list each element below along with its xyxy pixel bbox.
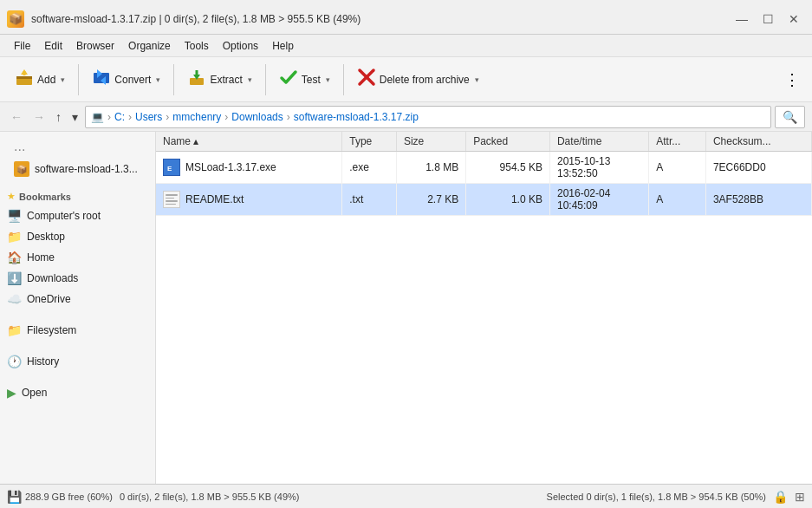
- lock-icon[interactable]: 🔒: [773, 490, 788, 504]
- sidebar-item-onedrive[interactable]: ☁️ OneDrive: [0, 289, 155, 309]
- toolbar-separator-3: [265, 64, 266, 95]
- breadcrumb-mmchenry[interactable]: mmchenry: [172, 111, 221, 123]
- col-name[interactable]: Name ▴: [156, 132, 342, 152]
- menu-item-file[interactable]: File: [7, 38, 37, 54]
- col-checksum[interactable]: Checksum...: [705, 132, 811, 152]
- menu-item-edit[interactable]: Edit: [37, 38, 69, 54]
- breadcrumb-archive[interactable]: software-msload-1.3.17.zip: [294, 111, 419, 123]
- sidebar-item-open[interactable]: ▶ Open: [0, 382, 155, 403]
- back-button[interactable]: ←: [7, 108, 26, 126]
- bookmarks-label: Bookmarks: [19, 192, 71, 202]
- add-button[interactable]: Add ▾: [7, 62, 73, 97]
- status-hdd-icon: 💾: [7, 490, 22, 504]
- app-icon: 📦: [7, 10, 24, 28]
- file-name: MSLoad-1.3.17.exe: [185, 161, 276, 173]
- file-datetime: 2015-10-1313:52:50: [549, 152, 648, 184]
- extract-button[interactable]: Extract ▾: [179, 62, 259, 97]
- maximize-button[interactable]: ☐: [757, 10, 779, 28]
- onedrive-icon: ☁️: [7, 292, 22, 306]
- test-icon: [279, 68, 298, 91]
- toolbar-more-button[interactable]: ⋮: [779, 67, 805, 93]
- file-packed: 1.0 KB: [466, 184, 550, 216]
- breadcrumb-users[interactable]: Users: [135, 111, 162, 123]
- home-icon: 🏠: [7, 251, 22, 264]
- extract-dropdown-arrow[interactable]: ▾: [248, 75, 252, 84]
- file-size: 2.7 KB: [396, 184, 465, 216]
- breadcrumb-computer[interactable]: 💻: [91, 111, 104, 123]
- menubar: FileEditBrowserOrganizeToolsOptionsHelp: [0, 35, 812, 57]
- file-packed: 954.5 KB: [466, 152, 550, 184]
- table-row[interactable]: E MSLoad-1.3.17.exe.exe1.8 MB954.5 KB201…: [156, 152, 812, 184]
- sidebar-item-downloads[interactable]: ⬇️ Downloads: [0, 268, 155, 289]
- menu-item-help[interactable]: Help: [265, 38, 301, 54]
- sidebar-item-history[interactable]: 🕐 History: [0, 351, 155, 372]
- file-type: .txt: [342, 184, 397, 216]
- menu-item-organize[interactable]: Organize: [121, 38, 178, 54]
- toolbar: Add ▾ Convert ▾ Extract ▾: [0, 57, 812, 102]
- forward-button[interactable]: →: [29, 108, 49, 126]
- file-checksum: 7EC66DD0: [705, 152, 811, 184]
- delete-dropdown-arrow[interactable]: ▾: [475, 75, 479, 84]
- grid-icon[interactable]: ⊞: [795, 490, 805, 504]
- delete-button[interactable]: Delete from archive ▾: [349, 62, 487, 97]
- downloads-label: Downloads: [27, 272, 78, 284]
- titlebar: 📦 software-msload-1.3.17.zip | 0 dir(s),…: [0, 0, 812, 35]
- file-datetime: 2016-02-0410:45:09: [549, 184, 648, 216]
- status-left: 💾 288.9 GB free (60%): [7, 490, 113, 504]
- convert-dropdown-arrow[interactable]: ▾: [156, 75, 160, 84]
- svg-rect-9: [196, 70, 198, 76]
- extract-icon: [187, 68, 206, 91]
- test-dropdown-arrow[interactable]: ▾: [326, 75, 330, 84]
- test-button[interactable]: Test ▾: [271, 62, 338, 97]
- open-label: Open: [22, 387, 47, 399]
- col-type[interactable]: Type: [342, 132, 397, 152]
- status-free: 288.9 GB free (60%): [25, 492, 113, 502]
- toolbar-separator-2: [173, 64, 174, 95]
- convert-button[interactable]: Convert ▾: [84, 62, 168, 97]
- sidebar-archive-item[interactable]: 📦 software-msload-1.3...: [0, 158, 155, 180]
- archive-item-label: software-msload-1.3...: [35, 163, 138, 175]
- sidebar-item-desktop[interactable]: 📁 Desktop: [0, 226, 155, 247]
- convert-label: Convert: [114, 74, 151, 86]
- home-label: Home: [27, 251, 55, 264]
- extract-label: Extract: [210, 74, 242, 86]
- status-selected: Selected 0 dir(s), 1 file(s), 1.8 MB > 9…: [547, 492, 766, 502]
- filesystem-label: Filesystem: [27, 324, 76, 336]
- col-packed[interactable]: Packed: [466, 132, 550, 152]
- search-button[interactable]: 🔍: [775, 106, 805, 128]
- desktop-icon: 📁: [7, 230, 22, 244]
- breadcrumb-downloads[interactable]: Downloads: [231, 111, 283, 123]
- computer-icon: 🖥️: [7, 209, 22, 223]
- sidebar-dots[interactable]: ...: [0, 135, 155, 158]
- delete-icon: [357, 68, 376, 91]
- up-button[interactable]: ↑: [52, 108, 65, 126]
- downloads-icon: ⬇️: [7, 271, 22, 285]
- file-size: 1.8 MB: [396, 152, 465, 184]
- add-label: Add: [37, 74, 55, 86]
- minimize-button[interactable]: —: [731, 10, 753, 28]
- exe-icon: E: [163, 159, 180, 176]
- breadcrumb-c[interactable]: C:: [114, 111, 125, 123]
- menu-item-tools[interactable]: Tools: [178, 38, 216, 54]
- main-area: ... 📦 software-msload-1.3... ★ Bookmarks…: [0, 132, 812, 484]
- file-type: .exe: [342, 152, 397, 184]
- menu-item-browser[interactable]: Browser: [69, 38, 121, 54]
- archive-icon: 📦: [14, 161, 29, 177]
- menu-item-options[interactable]: Options: [216, 38, 265, 54]
- table-row[interactable]: README.txt.txt2.7 KB1.0 KB2016-02-0410:4…: [156, 184, 812, 216]
- add-dropdown-arrow[interactable]: ▾: [61, 75, 65, 84]
- sidebar-item-filesystem[interactable]: 📁 Filesystem: [0, 320, 155, 341]
- col-datetime[interactable]: Date/time: [549, 132, 648, 152]
- col-attr[interactable]: Attr...: [649, 132, 706, 152]
- history-dropdown-button[interactable]: ▾: [68, 108, 81, 126]
- sidebar-item-home[interactable]: 🏠 Home: [0, 247, 155, 268]
- addressbar: ← → ↑ ▾ 💻 › C: › Users › mmchenry › Down…: [0, 102, 812, 132]
- file-attr: A: [649, 152, 706, 184]
- col-size[interactable]: Size: [396, 132, 465, 152]
- title-text: software-msload-1.3.17.zip | 0 dir(s), 2…: [31, 13, 731, 25]
- sidebar-item-computer[interactable]: 🖥️ Computer's root: [0, 205, 155, 226]
- svg-text:E: E: [167, 165, 172, 173]
- history-icon: 🕐: [7, 355, 22, 368]
- add-icon: [15, 68, 34, 91]
- close-button[interactable]: ✕: [783, 10, 805, 28]
